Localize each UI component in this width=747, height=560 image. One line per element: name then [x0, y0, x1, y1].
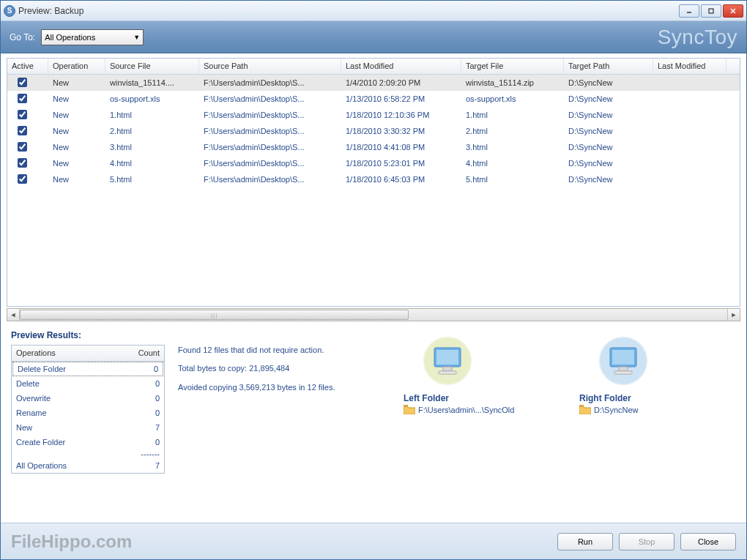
- summary-line-2: Total bytes to copy: 21,895,484: [178, 363, 390, 374]
- brand-logo: SyncToy: [658, 26, 737, 49]
- ops-label: Overwrite: [16, 394, 130, 403]
- summary-line-3: Avoided copying 3,569,213 bytes in 12 fi…: [178, 382, 390, 393]
- table-row[interactable]: New5.htmlF:\Users\admin\Desktop\S...1/18…: [7, 171, 740, 187]
- cell-last-modified: 1/18/2010 5:23:01 PM: [341, 157, 461, 169]
- cell-last-modified: 1/18/2010 6:45:03 PM: [341, 173, 461, 185]
- table-row[interactable]: New2.htmlF:\Users\admin\Desktop\S...1/18…: [7, 123, 740, 139]
- cell-target-file: 4.html: [461, 157, 564, 169]
- active-checkbox[interactable]: [18, 126, 27, 135]
- ops-count: 7: [130, 423, 160, 432]
- ops-row[interactable]: Delete0: [12, 376, 164, 391]
- cell-last-modified: 1/18/2010 12:10:36 PM: [341, 109, 461, 121]
- scroll-thumb[interactable]: [20, 310, 409, 320]
- col-operation[interactable]: Operation: [48, 59, 105, 74]
- cell-target-path: D:\SyncNew: [564, 141, 653, 153]
- goto-label: Go To:: [10, 32, 35, 42]
- ops-count: 0: [129, 365, 158, 373]
- cell-last-modified: 1/18/2010 3:30:32 PM: [341, 125, 461, 137]
- stop-button[interactable]: Stop: [619, 533, 674, 550]
- ops-count: 0: [130, 438, 160, 447]
- minimize-button[interactable]: [679, 4, 699, 18]
- cell-source-file: 1.html: [105, 109, 199, 121]
- cell-target-path: D:\SyncNew: [564, 93, 653, 105]
- cell-source-file: 4.html: [105, 157, 199, 169]
- cell-target-path: D:\SyncNew: [564, 125, 653, 137]
- cell-operation: New: [48, 93, 105, 105]
- goto-select-value: All Operations: [45, 33, 95, 42]
- cell-operation: New: [48, 141, 105, 153]
- col-last-modified-2[interactable]: Last Modified: [653, 59, 726, 74]
- cell-source-file: 3.html: [105, 141, 199, 153]
- ops-row[interactable]: Overwrite0: [12, 391, 164, 406]
- table-row[interactable]: Newwinvista_15114....F:\Users\admin\Desk…: [7, 75, 740, 91]
- svg-rect-11: [614, 371, 632, 374]
- cell-target-file: 3.html: [461, 141, 564, 153]
- ops-row[interactable]: New7: [12, 420, 164, 435]
- table-row[interactable]: New4.htmlF:\Users\admin\Desktop\S...1/18…: [7, 155, 740, 171]
- ops-header-label[interactable]: Operations: [12, 346, 127, 361]
- horizontal-scrollbar[interactable]: ◄ ►: [7, 308, 740, 321]
- cell-last-modified: 1/13/2010 6:58:22 PM: [341, 93, 461, 105]
- results-title: Preview Results:: [11, 330, 165, 340]
- table-row[interactable]: New3.htmlF:\Users\admin\Desktop\S...1/18…: [7, 139, 740, 155]
- cell-last-modified-2: [653, 178, 726, 181]
- cell-source-path: F:\Users\admin\Desktop\S...: [199, 157, 341, 169]
- cell-last-modified: 1/18/2010 4:41:08 PM: [341, 141, 461, 153]
- titlebar[interactable]: S Preview: Backup: [1, 1, 746, 21]
- close-dialog-button[interactable]: Close: [680, 533, 736, 550]
- cell-last-modified-2: [653, 162, 726, 165]
- active-checkbox[interactable]: [18, 94, 27, 103]
- maximize-button[interactable]: [701, 4, 721, 18]
- cell-source-path: F:\Users\admin\Desktop\S...: [199, 173, 341, 185]
- ops-label: Create Folder: [16, 438, 130, 447]
- cell-target-file: 5.html: [461, 173, 564, 185]
- col-source-path[interactable]: Source Path: [199, 59, 341, 74]
- summary-line-1: Found 12 files that did not require acti…: [178, 345, 390, 356]
- col-source-file[interactable]: Source File: [105, 59, 199, 74]
- active-checkbox[interactable]: [18, 174, 27, 184]
- cell-target-file: 2.html: [461, 125, 564, 137]
- close-button[interactable]: [723, 4, 743, 18]
- table-row[interactable]: Newos-support.xlsF:\Users\admin\Desktop\…: [7, 91, 740, 107]
- cell-source-path: F:\Users\admin\Desktop\S...: [199, 109, 341, 121]
- cell-operation: New: [48, 125, 105, 137]
- goto-select[interactable]: All Operations ▼: [41, 29, 144, 45]
- col-active[interactable]: Active: [7, 59, 48, 74]
- run-button[interactable]: Run: [557, 533, 613, 550]
- scroll-right-arrow[interactable]: ►: [727, 309, 740, 321]
- ops-row[interactable]: Create Folder0: [12, 435, 164, 449]
- cell-source-path: F:\Users\admin\Desktop\S...: [199, 141, 341, 153]
- col-last-modified[interactable]: Last Modified: [341, 59, 461, 74]
- computer-icon: [418, 332, 477, 390]
- operations-summary-table: Operations Count Delete Folder0Delete0Ov…: [11, 345, 165, 474]
- all-operations-row[interactable]: All Operations 7: [12, 458, 164, 473]
- ops-count: 0: [130, 408, 160, 417]
- cell-source-file: 5.html: [105, 173, 199, 185]
- cell-source-path: F:\Users\admin\Desktop\S...: [199, 125, 341, 137]
- ops-header-count[interactable]: Count: [127, 346, 164, 361]
- ops-row[interactable]: Delete Folder0: [12, 362, 163, 376]
- ops-row[interactable]: Rename0: [12, 406, 164, 420]
- table-header: Active Operation Source File Source Path…: [7, 59, 740, 75]
- active-checkbox[interactable]: [18, 110, 27, 119]
- cell-target-path: D:\SyncNew: [564, 109, 653, 121]
- left-folder-block: Left Folder F:\Users\admin\...\SyncOld: [404, 332, 550, 414]
- cell-target-file: 1.html: [461, 109, 564, 121]
- right-folder-path: D:\SyncNew: [594, 406, 639, 414]
- table-row[interactable]: New1.htmlF:\Users\admin\Desktop\S...1/18…: [7, 107, 740, 123]
- left-folder-path: F:\Users\admin\...\SyncOld: [418, 406, 514, 414]
- scroll-left-arrow[interactable]: ◄: [7, 309, 20, 321]
- active-checkbox[interactable]: [18, 78, 27, 87]
- col-target-file[interactable]: Target File: [461, 59, 564, 74]
- cell-last-modified: 1/4/2010 2:09:20 PM: [341, 77, 461, 89]
- svg-rect-10: [619, 367, 628, 371]
- ops-label: Delete Folder: [18, 365, 129, 373]
- right-folder-block: Right Folder D:\SyncNew: [579, 332, 726, 414]
- cell-target-path: D:\SyncNew: [564, 173, 653, 185]
- active-checkbox[interactable]: [18, 142, 27, 152]
- cell-operation: New: [48, 157, 105, 169]
- col-target-path[interactable]: Target Path: [564, 59, 653, 74]
- active-checkbox[interactable]: [18, 158, 27, 168]
- cell-source-file: 2.html: [105, 125, 199, 137]
- scroll-track[interactable]: [20, 309, 727, 321]
